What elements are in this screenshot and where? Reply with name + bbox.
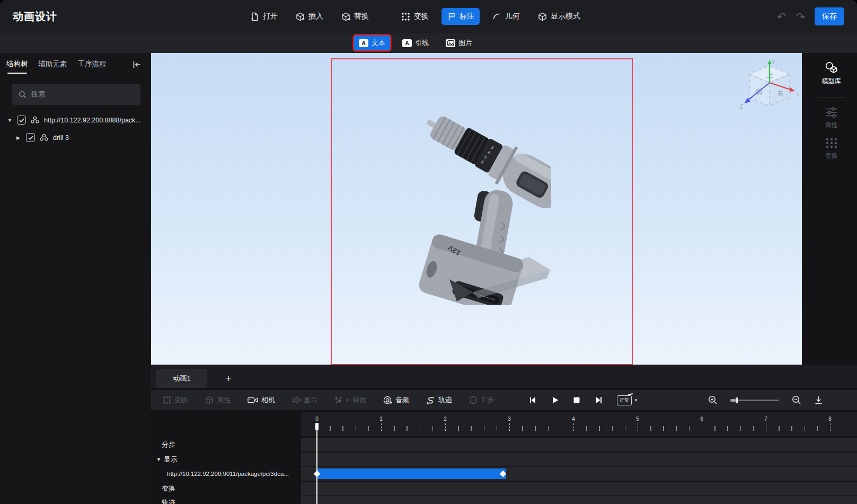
redo-icon[interactable]: ↷	[796, 11, 805, 22]
ruler-minor-tick	[740, 426, 741, 431]
caret-down-icon[interactable]: ▼	[7, 118, 13, 123]
app-title: 动画设计	[13, 0, 57, 33]
caret-right-icon[interactable]: ▶	[16, 135, 22, 140]
animation-tab[interactable]: 动画1	[156, 369, 207, 388]
ruler-minor-tick	[561, 426, 562, 431]
tab-process-flow[interactable]: 工序流程	[78, 59, 107, 74]
tl-effects-button[interactable]: ▼ 特效	[334, 395, 366, 405]
timeline-lane[interactable]	[301, 453, 857, 466]
annotate-button[interactable]: 标注	[441, 8, 480, 25]
geometry-label: 几何	[505, 12, 520, 21]
video-camera-icon	[248, 396, 258, 404]
timeline-row-label[interactable]: 分步	[151, 438, 301, 452]
tl-track-button[interactable]: 轨迹	[426, 395, 452, 405]
cube-outline-icon	[538, 12, 547, 21]
drill-3d-model[interactable]: 3 4 5 6 12V	[419, 103, 551, 305]
playhead[interactable]	[316, 423, 317, 504]
tab-structure-tree[interactable]: 结构树	[6, 59, 28, 74]
ruler-minor-tick	[356, 426, 357, 431]
timeline-lane[interactable]	[301, 438, 857, 452]
row-collapse-caret-icon[interactable]: ▼	[156, 453, 161, 466]
flag-icon	[447, 12, 456, 21]
geometry-button[interactable]: 几何	[487, 8, 525, 25]
tab-aux-elements[interactable]: 辅助元素	[39, 59, 67, 74]
timeline-lane[interactable]	[301, 467, 857, 481]
toolbar-divider	[385, 11, 385, 22]
ruler-label: 4	[572, 416, 575, 422]
transform-rail-button[interactable]: 变换	[825, 137, 838, 161]
timeline-ruler[interactable]: 012345678	[301, 412, 857, 436]
properties-button[interactable]: 属性	[825, 107, 838, 130]
tl-workstep-button[interactable]: 工步	[469, 395, 494, 405]
timeline-lane[interactable]	[301, 482, 857, 496]
viewcube-face-right[interactable]: 右	[776, 89, 784, 98]
timeline-panel: 动画1 + 变换 属性 相机 显示	[151, 365, 857, 504]
tl-properties-label: 属性	[217, 395, 231, 405]
timeline-lane[interactable]	[301, 496, 857, 504]
ruler-major-tick	[638, 423, 638, 431]
tl-audio-button[interactable]: 音频	[383, 395, 409, 405]
model-library-button[interactable]: 模型库	[822, 61, 841, 86]
tree-row-drill[interactable]: ▶ drill 3	[16, 133, 69, 142]
image-annotation-button[interactable]: 图片	[441, 36, 477, 50]
tl-transform-button[interactable]: 变换	[163, 395, 188, 405]
insert-button[interactable]: 插入	[290, 8, 329, 25]
sparkle-dots-icon	[334, 396, 343, 404]
skip-back-button[interactable]	[528, 396, 537, 404]
tl-display-label: 显示	[304, 395, 317, 405]
text-annotation-button[interactable]: A 文本	[354, 36, 390, 50]
zoom-out-icon[interactable]	[792, 395, 801, 405]
export-download-icon[interactable]	[814, 395, 823, 405]
zoom-slider[interactable]	[730, 400, 779, 401]
ruler-minor-tick	[535, 426, 536, 431]
ruler-minor-tick	[548, 426, 549, 431]
leader-label: 引线	[415, 38, 429, 48]
timeline-row-label[interactable]: 变换	[151, 482, 301, 496]
tl-properties-button[interactable]: 属性	[205, 395, 231, 405]
tree-node-label: drill 3	[53, 134, 69, 142]
view-cube[interactable]: 上 前 右 Y Z X	[737, 58, 802, 122]
undo-icon[interactable]: ↶	[777, 11, 787, 22]
transform-label: 变换	[414, 12, 429, 21]
tl-display-button[interactable]: 显示	[292, 395, 317, 405]
ruler-minor-tick	[484, 426, 485, 431]
tree-row-package[interactable]: ▼ http://10.122.92.200:8088/pack...	[7, 116, 141, 125]
structure-sidebar: 结构树 辅助元素 工序流程 搜索 ▼ http://10.122.92.200:…	[0, 53, 151, 504]
viewport-3d[interactable]: 3 4 5 6 12V	[151, 53, 802, 365]
row-label-text: 轨迹	[162, 496, 175, 504]
stop-button[interactable]	[573, 396, 580, 404]
checkbox-checked-icon[interactable]	[17, 116, 26, 125]
shield-icon	[469, 396, 477, 404]
ruler-label: 8	[828, 416, 832, 422]
leader-annotation-button[interactable]: A 引线	[397, 36, 434, 50]
save-button[interactable]: 保存	[815, 7, 844, 25]
display-mode-button[interactable]: 显示模式	[533, 8, 586, 25]
ruler-major-tick	[573, 423, 574, 431]
ruler-major-tick	[702, 423, 702, 431]
ruler-minor-tick	[689, 426, 690, 431]
tl-camera-button[interactable]: 相机	[248, 395, 275, 405]
search-input[interactable]: 搜索	[12, 84, 140, 105]
row-label-text: 变换	[162, 482, 175, 496]
zoom-slider-handle[interactable]	[736, 397, 738, 403]
replace-button[interactable]: 替换	[336, 8, 374, 25]
transform-button[interactable]: 变换	[396, 8, 434, 25]
collapse-sidebar-icon[interactable]	[132, 60, 142, 69]
play-button[interactable]	[551, 396, 559, 404]
open-label: 打开	[263, 12, 278, 21]
timeline-row-label[interactable]: ▼显示	[151, 453, 301, 466]
zoom-in-icon[interactable]	[708, 395, 718, 405]
insert-label: 插入	[308, 12, 323, 21]
clip-bar[interactable]	[317, 468, 506, 479]
ruler-minor-tick	[407, 426, 408, 431]
row-label-text: 分步	[162, 438, 175, 452]
timeline-row-label[interactable]: http://10.122.92.200:9011/package/pc/3dc…	[151, 467, 301, 481]
open-button[interactable]: 打开	[245, 8, 283, 25]
timeline-row-label[interactable]: 轨迹	[151, 496, 301, 504]
checkbox-checked-icon[interactable]	[26, 133, 35, 142]
skip-forward-button[interactable]	[594, 396, 603, 404]
playback-speed-selector[interactable]: 正常 ▼	[617, 395, 638, 405]
add-animation-button[interactable]: +	[219, 369, 238, 388]
cube-plus-icon	[296, 12, 305, 21]
ruler-minor-tick	[599, 426, 600, 431]
